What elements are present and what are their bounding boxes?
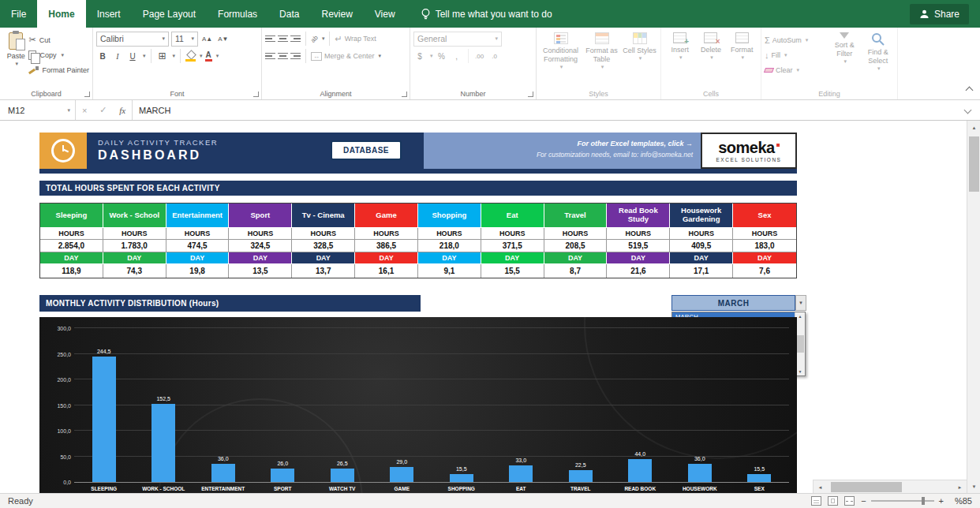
hours-label-cell[interactable]: HOURS bbox=[355, 228, 418, 240]
hours-value-cell[interactable]: 519,5 bbox=[607, 240, 670, 252]
expand-formula-bar-icon[interactable] bbox=[964, 106, 972, 114]
align-left-icon[interactable] bbox=[265, 51, 275, 62]
activity-bar-chart[interactable]: 0,050,0100,0150,0200,0250,0300,0244,5SLE… bbox=[39, 317, 797, 493]
day-label-cell[interactable]: DAY bbox=[733, 252, 796, 264]
day-value-cell[interactable]: 13,5 bbox=[229, 264, 292, 278]
activity-header-cell[interactable]: Game bbox=[355, 204, 418, 228]
month-select-arrow[interactable]: ▼ bbox=[795, 295, 806, 311]
caret-down-icon[interactable]: ▾ bbox=[379, 53, 382, 59]
day-label-cell[interactable]: DAY bbox=[418, 252, 481, 264]
day-label-cell[interactable]: DAY bbox=[292, 252, 355, 264]
wrap-text-button[interactable]: Wrap Text bbox=[345, 35, 376, 43]
bold-button[interactable]: B bbox=[96, 49, 109, 63]
tab-page-layout[interactable]: Page Layout bbox=[132, 0, 207, 28]
number-dialog-launcher[interactable] bbox=[528, 92, 533, 97]
align-top-icon[interactable] bbox=[265, 34, 275, 44]
hours-label-cell[interactable]: HOURS bbox=[166, 228, 230, 240]
day-value-cell[interactable]: 8,7 bbox=[544, 264, 608, 278]
tell-me-box[interactable]: Tell me what you want to do bbox=[421, 0, 552, 28]
vertical-scroll-thumb[interactable] bbox=[969, 136, 979, 192]
alignment-dialog-launcher[interactable] bbox=[402, 92, 407, 97]
format-cells-button[interactable]: Format ▾ bbox=[727, 30, 757, 87]
tab-view[interactable]: View bbox=[364, 0, 406, 28]
hours-value-cell[interactable]: 208,5 bbox=[544, 240, 608, 252]
chart-bar[interactable] bbox=[628, 459, 652, 482]
tab-file[interactable]: File bbox=[0, 0, 37, 28]
scroll-right-icon[interactable]: ► bbox=[953, 480, 967, 493]
accounting-format-icon[interactable]: $ bbox=[413, 49, 426, 63]
align-bottom-icon[interactable] bbox=[290, 34, 301, 44]
orientation-icon[interactable]: ab bbox=[309, 34, 320, 44]
font-color-button[interactable]: A bbox=[205, 50, 212, 62]
hours-value-cell[interactable]: 409,5 bbox=[670, 240, 733, 252]
activity-header-cell[interactable]: Sport bbox=[229, 204, 292, 228]
tab-formulas[interactable]: Formulas bbox=[207, 0, 268, 28]
merge-center-button[interactable]: Merge & Center bbox=[324, 52, 375, 60]
hours-value-cell[interactable]: 183,0 bbox=[733, 240, 796, 252]
collapse-ribbon-icon[interactable] bbox=[966, 87, 974, 95]
paste-button[interactable]: Paste ▾ bbox=[3, 30, 28, 87]
conditional-formatting-button[interactable]: Conditional Formatting ▾ bbox=[540, 30, 582, 87]
name-box[interactable]: M12 ▾ bbox=[0, 100, 76, 120]
chart-bar[interactable] bbox=[331, 469, 354, 482]
hours-value-cell[interactable]: 386,5 bbox=[355, 240, 418, 252]
day-value-cell[interactable]: 118,9 bbox=[40, 264, 103, 278]
zoom-slider-thumb[interactable] bbox=[922, 497, 925, 505]
chart-bar[interactable] bbox=[92, 357, 116, 482]
hours-label-cell[interactable]: HOURS bbox=[103, 228, 166, 240]
font-name-select[interactable]: Calibri▾ bbox=[96, 32, 169, 47]
enter-icon[interactable]: ✓ bbox=[99, 105, 107, 115]
day-value-cell[interactable]: 16,1 bbox=[355, 264, 418, 278]
grow-font-icon[interactable]: A▲ bbox=[200, 32, 214, 46]
day-value-cell[interactable]: 19,8 bbox=[166, 264, 230, 278]
wrap-text-icon[interactable]: ↵ bbox=[335, 34, 342, 44]
share-button[interactable]: Share bbox=[910, 4, 969, 24]
scroll-left-icon[interactable]: ◄ bbox=[814, 480, 827, 493]
font-size-select[interactable]: 11▾ bbox=[171, 32, 198, 47]
promo-line-1[interactable]: For other Excel templates, click → bbox=[424, 139, 693, 150]
activity-header-cell[interactable]: Eat bbox=[481, 204, 544, 228]
page-layout-view-button[interactable] bbox=[828, 496, 838, 506]
chart-bar[interactable] bbox=[569, 470, 593, 482]
zoom-in-button[interactable]: + bbox=[939, 496, 944, 506]
activity-header-cell[interactable]: Travel bbox=[544, 204, 608, 228]
day-value-cell[interactable]: 13,7 bbox=[292, 264, 355, 278]
fill-color-button[interactable] bbox=[185, 51, 196, 62]
clipboard-dialog-launcher[interactable] bbox=[84, 92, 90, 97]
merge-center-icon[interactable]: ↔ bbox=[311, 52, 322, 61]
caret-down-icon[interactable]: ▾ bbox=[216, 53, 219, 59]
tab-data[interactable]: Data bbox=[268, 0, 310, 28]
day-label-cell[interactable]: DAY bbox=[607, 252, 670, 264]
underline-button[interactable]: U bbox=[126, 49, 139, 63]
insert-function-icon[interactable]: fx bbox=[119, 106, 125, 115]
tab-insert[interactable]: Insert bbox=[86, 0, 132, 28]
activity-header-cell[interactable]: Entertainment bbox=[166, 204, 230, 228]
hours-label-cell[interactable]: HOURS bbox=[40, 228, 103, 240]
day-value-cell[interactable]: 9,1 bbox=[418, 264, 481, 278]
chart-bar[interactable] bbox=[151, 404, 175, 482]
caret-down-icon[interactable]: ▾ bbox=[173, 53, 176, 59]
horizontal-scroll-thumb[interactable] bbox=[831, 482, 902, 492]
fill-button[interactable]: ↓Fill▾ bbox=[765, 48, 827, 62]
chart-bar[interactable] bbox=[688, 464, 712, 482]
hours-value-cell[interactable]: 1.783,0 bbox=[103, 240, 166, 252]
day-value-cell[interactable]: 17,1 bbox=[670, 264, 733, 278]
day-label-cell[interactable]: DAY bbox=[481, 252, 544, 264]
activity-header-cell[interactable]: Sleeping bbox=[40, 204, 103, 228]
hours-value-cell[interactable]: 218,0 bbox=[418, 240, 481, 252]
clear-button[interactable]: Clear▾ bbox=[765, 63, 827, 77]
activity-header-cell[interactable]: Housework Gardening bbox=[670, 204, 733, 228]
activity-header-cell[interactable]: Tv - Cinema bbox=[292, 204, 355, 228]
tab-review[interactable]: Review bbox=[310, 0, 363, 28]
formula-input[interactable]: MARCH bbox=[133, 100, 956, 120]
font-dialog-launcher[interactable] bbox=[253, 92, 259, 97]
chart-bar[interactable] bbox=[390, 467, 413, 482]
zoom-slider[interactable] bbox=[871, 500, 934, 502]
caret-down-icon[interactable]: ▾ bbox=[322, 35, 325, 42]
hours-label-cell[interactable]: HOURS bbox=[418, 228, 481, 240]
worksheet[interactable]: DAILY ACTIVITY TRACKER DASHBOARD DATABAS… bbox=[0, 121, 980, 493]
cut-button[interactable]: ✂Cut bbox=[28, 33, 89, 47]
italic-button[interactable]: I bbox=[111, 49, 124, 63]
caret-down-icon[interactable]: ▾ bbox=[430, 53, 433, 59]
scroll-down-icon[interactable]: ▼ bbox=[799, 368, 802, 375]
